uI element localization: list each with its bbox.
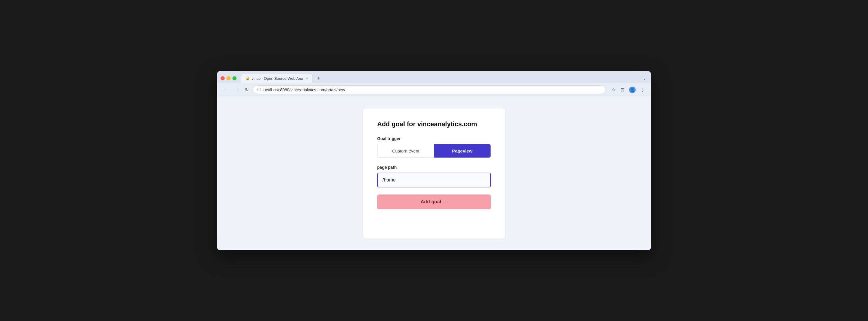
url-text: localhost:8080/vinceanalytics.com/goals/… — [262, 87, 345, 92]
menu-button[interactable]: ⋮ — [639, 86, 646, 94]
add-goal-button[interactable]: Add goal → — [377, 194, 491, 209]
profile-button[interactable]: 👤 — [628, 85, 637, 94]
pageview-button[interactable]: Pageview — [434, 144, 491, 157]
reload-button[interactable]: ↻ — [243, 86, 250, 94]
browser-window: 🔒 vince · Open Source Web Ana × + ⌄ ← → … — [217, 71, 651, 250]
bookmark-button[interactable]: ☆ — [611, 86, 617, 94]
traffic-lights — [221, 76, 237, 80]
custom-event-button[interactable]: Custom event — [377, 144, 434, 157]
extensions-button[interactable]: ⊡ — [619, 86, 625, 94]
tab-bar: 🔒 vince · Open Source Web Ana × + ⌄ — [217, 71, 651, 83]
active-tab[interactable]: 🔒 vince · Open Source Web Ana × — [241, 74, 312, 83]
address-lock-icon: ⓘ — [257, 87, 261, 92]
nav-bar: ← → ↻ ⓘ localhost:8080/vinceanalytics.co… — [217, 83, 651, 97]
tab-title: vince · Open Source Web Ana — [252, 76, 303, 81]
address-bar[interactable]: ⓘ localhost:8080/vinceanalytics.com/goal… — [253, 85, 606, 94]
maximize-button[interactable] — [232, 76, 237, 80]
tab-close-icon[interactable]: × — [306, 77, 308, 80]
page-path-input[interactable] — [377, 173, 491, 187]
forward-button[interactable]: → — [232, 86, 241, 94]
form-title: Add goal for vinceanalytics.com — [377, 120, 491, 128]
close-button[interactable] — [221, 76, 225, 80]
new-tab-button[interactable]: + — [314, 76, 322, 81]
minimize-button[interactable] — [226, 76, 230, 80]
tab-lock-icon: 🔒 — [245, 76, 250, 80]
goal-trigger-toggle: Custom event Pageview — [377, 144, 491, 158]
goal-trigger-label: Goal trigger — [377, 136, 491, 141]
goal-form-card: Add goal for vinceanalytics.com Goal tri… — [363, 108, 505, 239]
back-button[interactable]: ← — [222, 86, 230, 94]
page-content: Add goal for vinceanalytics.com Goal tri… — [217, 97, 651, 250]
window-dropdown-button[interactable]: ⌄ — [642, 75, 647, 82]
page-path-label: page path — [377, 165, 491, 170]
nav-actions: ☆ ⊡ 👤 ⋮ — [611, 85, 646, 94]
